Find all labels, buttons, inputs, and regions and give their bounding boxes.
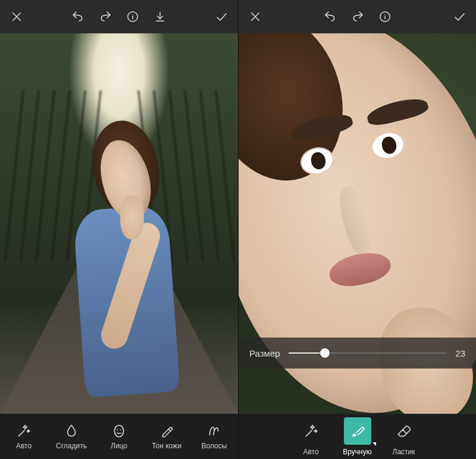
top-toolbar <box>0 0 238 33</box>
undo-button[interactable] <box>65 4 91 30</box>
brush-icon <box>350 423 365 439</box>
tool-manual[interactable]: Вручную <box>336 414 380 459</box>
top-toolbar <box>239 0 476 33</box>
tool-auto[interactable]: Авто <box>289 414 333 459</box>
editor-pane-left: Авто Сгладить Лицо Тон кожи Волосы <box>0 0 238 459</box>
redo-icon <box>350 10 365 24</box>
accept-button[interactable] <box>446 4 472 30</box>
eraser-icon <box>396 423 412 439</box>
tool-skin-tone[interactable]: Тон кожи <box>143 414 190 459</box>
info-button[interactable] <box>372 4 398 30</box>
slider-value: 23 <box>455 348 465 358</box>
tool-label: Авто <box>16 442 32 449</box>
editor-pane-right: Размер 23 Авто Вручную Ластик <box>238 0 476 459</box>
check-icon <box>452 10 466 24</box>
tool-auto[interactable]: Авто <box>0 414 48 459</box>
info-icon <box>378 10 392 23</box>
download-button[interactable] <box>147 4 173 30</box>
magic-wand-icon <box>303 423 319 439</box>
undo-button[interactable] <box>317 4 343 30</box>
tool-eraser[interactable]: Ластик <box>382 414 426 459</box>
brush-size-bar: Размер 23 <box>239 338 476 369</box>
undo-icon <box>71 10 85 24</box>
tool-smooth[interactable]: Сгладить <box>48 414 95 459</box>
tool-label: Волосы <box>202 442 227 449</box>
close-icon <box>10 10 23 23</box>
magic-wand-icon <box>16 423 32 439</box>
redo-icon <box>98 10 112 24</box>
redo-button[interactable] <box>345 4 371 30</box>
photo-canvas[interactable]: Размер 23 <box>239 33 476 414</box>
slider-label: Размер <box>249 348 280 358</box>
close-button[interactable] <box>4 4 30 30</box>
download-icon <box>154 10 167 23</box>
photo-canvas[interactable] <box>0 33 238 414</box>
tool-label: Тон кожи <box>152 442 181 449</box>
tool-label: Сгладить <box>56 442 87 449</box>
svg-point-4 <box>117 429 118 430</box>
svg-point-5 <box>120 429 121 430</box>
drop-icon <box>64 423 79 439</box>
hair-icon <box>206 423 223 439</box>
bottom-toolbar: Авто Вручную Ластик <box>239 414 476 459</box>
tool-label: Авто <box>303 448 318 455</box>
redo-button[interactable] <box>92 4 118 30</box>
svg-point-8 <box>384 14 385 15</box>
svg-point-3 <box>114 425 123 437</box>
tool-label: Ластик <box>393 448 415 455</box>
check-icon <box>214 10 228 24</box>
submenu-indicator-icon <box>372 442 376 446</box>
face-icon <box>111 423 127 439</box>
tool-hair[interactable]: Волосы <box>190 414 238 459</box>
accept-button[interactable] <box>208 4 234 30</box>
skin-tone-icon <box>159 423 174 439</box>
close-button[interactable] <box>242 4 268 30</box>
undo-icon <box>323 10 337 24</box>
close-icon <box>249 10 262 23</box>
info-icon <box>126 10 139 23</box>
tool-label: Вручную <box>343 448 371 455</box>
tool-label: Лицо <box>111 442 127 449</box>
tool-face[interactable]: Лицо <box>95 414 143 459</box>
bottom-toolbar: Авто Сгладить Лицо Тон кожи Волосы <box>0 414 238 459</box>
brush-size-slider[interactable] <box>289 352 447 354</box>
svg-point-2 <box>132 14 133 15</box>
info-button[interactable] <box>120 4 146 30</box>
